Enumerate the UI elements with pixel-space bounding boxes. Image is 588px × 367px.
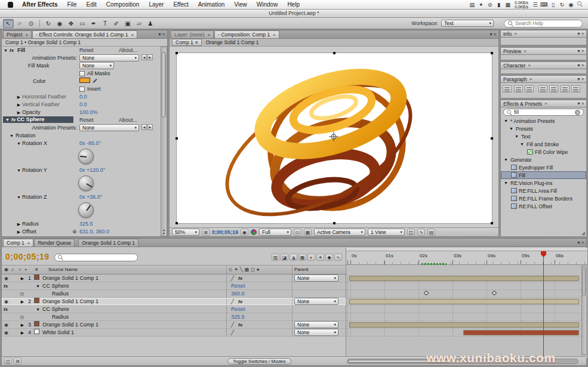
- fx-switch-icon[interactable]: fx: [238, 275, 242, 282]
- panel-menu-icon[interactable]: ▼≡: [577, 49, 584, 53]
- layer-duration-bar-4[interactable]: [463, 330, 579, 335]
- property-name[interactable]: Radius: [52, 313, 69, 321]
- twirl-icon[interactable]: ▼: [16, 166, 21, 174]
- region-of-interest-icon[interactable]: ▭: [294, 229, 301, 236]
- tree-item-revision-plugins[interactable]: ▼RE:Vision Plug-ins: [501, 179, 586, 187]
- tree-item-eyedropper-fill[interactable]: Eyedropper Fill: [501, 164, 586, 171]
- property-row-radius-2[interactable]: ◷ Radius 325.5: [2, 313, 346, 321]
- property-value[interactable]: 360.0: [231, 290, 245, 298]
- selection-tool[interactable]: ↖: [3, 19, 14, 28]
- menu-window[interactable]: Window: [252, 1, 283, 8]
- snapshot-icon[interactable]: ◉: [241, 229, 248, 236]
- reset-link[interactable]: Reset: [231, 282, 245, 290]
- animation-presets-dropdown[interactable]: None▼: [79, 54, 139, 61]
- timeline-search-input[interactable]: [65, 255, 134, 261]
- twirl-icon[interactable]: ▼: [519, 142, 525, 146]
- selection-handle[interactable]: [491, 137, 493, 140]
- rotation-z-value[interactable]: 0x +36.0°: [79, 193, 102, 201]
- pen-tool[interactable]: ✒: [88, 19, 99, 28]
- twirl-icon[interactable]: ▶: [16, 93, 21, 101]
- quality-switch-icon[interactable]: ╱: [231, 275, 234, 282]
- menu-composition[interactable]: Composition: [101, 1, 144, 8]
- prev-preset-icon[interactable]: ◀: [141, 124, 147, 130]
- reset-link[interactable]: Reset: [231, 306, 245, 313]
- timeline-button-icon[interactable]: ▤: [427, 229, 435, 236]
- layer-row-1[interactable]: ◉ ▶ 1 Orange Solid 1 Comp 1 ╱ fx None▼: [2, 275, 346, 282]
- layer-row-4[interactable]: ◉ ▶ 4 White Solid 1 ╱ None▼: [2, 329, 346, 337]
- column-divider[interactable]: [226, 266, 227, 337]
- fx-switch-icon[interactable]: fx: [238, 298, 242, 306]
- effects-search[interactable]: ×: [503, 109, 584, 116]
- in-out-icon[interactable]: ▥: [272, 254, 279, 261]
- timeline-vertical-scrollbar[interactable]: [581, 266, 587, 355]
- reset-button[interactable]: Reset: [79, 47, 94, 54]
- scrollbar-arrows[interactable]: ▲▼: [161, 228, 167, 235]
- opacity-value[interactable]: 100.0%: [79, 109, 98, 116]
- playhead-line[interactable]: [543, 251, 544, 358]
- tree-item-fill-color-wipe[interactable]: Fill Color Wipe: [501, 148, 586, 156]
- menu-file[interactable]: File: [62, 1, 81, 8]
- pan-behind-tool[interactable]: ✥: [66, 19, 76, 28]
- radius-value[interactable]: 325.5: [79, 220, 93, 228]
- menu-layer[interactable]: Layer: [144, 1, 168, 8]
- panel-menu-icon[interactable]: ▼≡: [158, 32, 165, 36]
- tab-project[interactable]: Project×: [3, 30, 32, 38]
- tree-item-animation-presets[interactable]: ▼* Animation Presets: [501, 117, 586, 125]
- twirl-icon[interactable]: ▼: [503, 119, 509, 123]
- toggle-switches-modes-button[interactable]: Toggle Switches / Modes: [227, 358, 291, 365]
- layer-row-3[interactable]: ◉ ▶ 3 Orange Solid 1 Comp 1 ╱ fx None▼: [2, 321, 346, 329]
- effects-presets-panel-header[interactable]: Effects & Presets×▼≡: [500, 100, 587, 107]
- selection-handle[interactable]: [491, 52, 493, 54]
- eraser-tool[interactable]: ▱: [134, 19, 144, 28]
- property-value[interactable]: 325.5: [231, 313, 245, 321]
- view-layout-dropdown[interactable]: 1 View▼: [368, 229, 405, 236]
- parent-column-label[interactable]: Parent: [294, 266, 309, 274]
- status-keyboard-icon[interactable]: ⌨: [540, 2, 549, 8]
- current-time-display[interactable]: 0;00;05;19: [5, 252, 50, 261]
- align-center-icon[interactable]: [514, 85, 523, 92]
- type-tool[interactable]: T: [100, 19, 110, 28]
- unified-camera-tool[interactable]: ◉: [54, 19, 65, 28]
- twirl-icon[interactable]: ▶: [16, 220, 21, 228]
- close-icon[interactable]: ×: [529, 76, 532, 82]
- fx-switch-icon[interactable]: fx: [238, 321, 242, 329]
- preset-prev-next-buttons[interactable]: ◀▶: [141, 54, 153, 60]
- selection-handle[interactable]: [176, 52, 178, 54]
- draft-3d-icon[interactable]: ◮: [290, 254, 297, 261]
- parent-dropdown[interactable]: None▼: [294, 321, 338, 328]
- visibility-eye-icon[interactable]: ◉: [4, 275, 8, 282]
- tree-item-text[interactable]: ▼Text: [501, 132, 586, 140]
- tree-item-refill-frame-borders[interactable]: RE:FILL Frame Borders: [501, 195, 586, 202]
- prev-preset-icon[interactable]: ◀: [141, 54, 147, 60]
- selection-handle[interactable]: [333, 52, 335, 54]
- rotation-y-value[interactable]: 0x +120.0°: [79, 166, 105, 174]
- effect-point-icon[interactable]: ⊕: [72, 228, 77, 236]
- mask-shape-tool[interactable]: ▭: [77, 19, 88, 28]
- zoom-tool[interactable]: ⊙: [26, 19, 36, 28]
- hide-shy-icon[interactable]: ▦: [298, 254, 306, 261]
- close-icon[interactable]: ×: [273, 32, 276, 38]
- close-icon[interactable]: ×: [544, 101, 547, 106]
- spotlight-icon[interactable]: [575, 1, 584, 8]
- help-search[interactable]: [504, 20, 583, 27]
- cc-sphere-selected-header[interactable]: ▼ fx CC Sphere: [3, 116, 73, 123]
- reset-button[interactable]: Reset: [79, 116, 94, 124]
- effects-search-input[interactable]: [514, 109, 573, 115]
- layer-name[interactable]: Orange Solid 1 Comp 1: [42, 321, 98, 329]
- align-left-icon[interactable]: [503, 85, 512, 92]
- graph-editor-icon[interactable]: ∿: [334, 254, 342, 261]
- twirl-icon[interactable]: ▼: [509, 127, 514, 131]
- twirl-icon[interactable]: ▼: [16, 140, 21, 147]
- motion-blur-icon[interactable]: ☀: [316, 254, 324, 261]
- layer-name[interactable]: Orange Solid 1 Comp 1: [42, 298, 98, 306]
- composition-canvas[interactable]: [176, 53, 492, 224]
- panel-menu-icon[interactable]: ▼≡: [489, 32, 497, 36]
- hand-tool[interactable]: ☞: [14, 19, 25, 28]
- layer-twirl-icon[interactable]: ▶: [20, 321, 25, 329]
- menu-edit[interactable]: Edit: [82, 1, 101, 8]
- app-menu[interactable]: After Effects: [17, 1, 62, 8]
- layer-twirl-icon[interactable]: ▶: [20, 298, 25, 306]
- layer-name[interactable]: White Solid 1: [42, 329, 74, 337]
- close-icon[interactable]: ×: [195, 39, 198, 45]
- effect-name[interactable]: CC Sphere: [42, 282, 69, 290]
